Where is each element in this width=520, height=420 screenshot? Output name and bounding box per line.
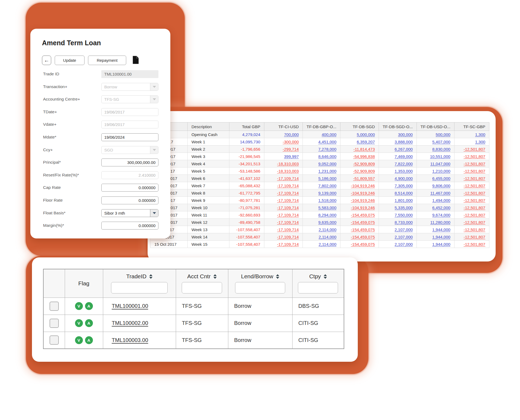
field-input-mdate[interactable] bbox=[101, 133, 158, 141]
cashflow-amount-link[interactable]: 1,353,000 bbox=[379, 167, 417, 175]
trade-id-link[interactable]: TML100003.00 bbox=[112, 337, 148, 343]
cashflow-amount-link[interactable]: -18,310,003 bbox=[264, 167, 303, 175]
sort-icon[interactable] bbox=[149, 274, 152, 279]
cashflow-amount-link[interactable]: -12,501,807 bbox=[454, 153, 489, 160]
cashflow-amount-link[interactable]: 2,107,000 bbox=[379, 241, 417, 248]
cashflow-amount-link[interactable]: -12,501,807 bbox=[454, 189, 489, 197]
filter-input-tradeid[interactable] bbox=[111, 282, 168, 293]
row-checkbox[interactable] bbox=[50, 335, 59, 345]
cashflow-amount-link[interactable]: 1,210,000 bbox=[417, 167, 454, 175]
cashflow-amount-link[interactable]: -51,809,557 bbox=[340, 175, 379, 182]
cashflow-amount-link[interactable]: 10,551,000 bbox=[417, 153, 454, 160]
field-input-float-basis[interactable]: Sibor 3 mth bbox=[101, 209, 158, 217]
cashflow-amount-link[interactable]: 5,186,000 bbox=[303, 175, 340, 182]
cashflow-amount-link[interactable]: 7,469,000 bbox=[379, 153, 417, 160]
cashflow-amount-link[interactable]: 8,294,000 bbox=[303, 211, 340, 219]
cashflow-amount-link[interactable]: 11,047,000 bbox=[417, 160, 454, 167]
filter-input-ctpy[interactable] bbox=[298, 282, 338, 293]
cashflow-amount-link[interactable]: 2,114,000 bbox=[303, 241, 340, 248]
cashflow-amount-link[interactable]: 9,052,000 bbox=[303, 160, 340, 167]
cashflow-amount-link[interactable]: 8,646,000 bbox=[303, 153, 340, 160]
cashflow-amount-link[interactable]: -154,459,075 bbox=[340, 211, 379, 219]
cashflow-amount-link[interactable]: 2,107,000 bbox=[379, 226, 417, 233]
cashflow-amount-link[interactable]: -17,109,714 bbox=[264, 233, 303, 241]
cashflow-amount-link[interactable]: 9,674,000 bbox=[417, 211, 454, 219]
cashflow-amount-link[interactable]: -154,459,075 bbox=[340, 219, 379, 226]
cashflow-amount-link[interactable]: -12,501,807 bbox=[454, 211, 489, 219]
cashflow-amount-link[interactable]: -17,109,714 bbox=[264, 175, 303, 182]
cashflow-amount-link[interactable]: 1,801,000 bbox=[379, 197, 417, 204]
cashflow-amount-link[interactable]: -12,501,807 bbox=[454, 233, 489, 241]
row-checkbox[interactable] bbox=[50, 319, 59, 328]
cashflow-amount-link[interactable]: 6,359,207 bbox=[340, 138, 379, 146]
cashflow-amount-link[interactable]: 9,139,000 bbox=[303, 189, 340, 197]
cashflow-amount-link[interactable]: -52,909,809 bbox=[340, 160, 379, 167]
sort-icon[interactable] bbox=[276, 274, 279, 279]
cashflow-amount-link[interactable]: 6,452,000 bbox=[417, 204, 454, 211]
cashflow-amount-link[interactable]: 11,280,000 bbox=[417, 219, 454, 226]
trade-id-link[interactable]: TML100002.00 bbox=[112, 320, 148, 326]
cashflow-amount-link[interactable]: -299,714 bbox=[264, 146, 303, 153]
cashflow-amount-link[interactable]: 8,830,000 bbox=[417, 146, 454, 153]
cashflow-amount-link[interactable]: -104,919,246 bbox=[340, 204, 379, 211]
cashflow-amount-link[interactable]: 1,231,000 bbox=[303, 167, 340, 175]
cashflow-amount-link[interactable]: -104,919,246 bbox=[340, 182, 379, 189]
cashflow-amount-link[interactable]: 4,900,000 bbox=[379, 175, 417, 182]
field-input-margin[interactable] bbox=[101, 222, 158, 230]
cashflow-amount-link[interactable]: -17,109,714 bbox=[264, 197, 303, 204]
cashflow-amount-link[interactable]: -12,501,807 bbox=[454, 146, 489, 153]
cashflow-amount-link[interactable]: 1,944,000 bbox=[417, 226, 454, 233]
cashflow-amount-link[interactable]: 7,822,000 bbox=[379, 160, 417, 167]
sort-icon[interactable] bbox=[213, 274, 217, 279]
cashflow-amount-link[interactable]: -12,501,807 bbox=[454, 241, 489, 248]
cashflow-amount-link[interactable]: 8,733,000 bbox=[379, 219, 417, 226]
field-input-principal[interactable] bbox=[101, 159, 158, 166]
cashflow-amount-link[interactable]: 7,550,000 bbox=[379, 211, 417, 219]
filter-input-lend-borrow[interactable] bbox=[235, 282, 285, 293]
cashflow-amount-link[interactable]: 2,107,000 bbox=[379, 233, 417, 241]
cashflow-amount-link[interactable]: -12,501,807 bbox=[454, 197, 489, 204]
cashflow-amount-link[interactable]: -104,919,246 bbox=[340, 197, 379, 204]
cashflow-amount-link[interactable]: 7,278,000 bbox=[303, 146, 340, 153]
cashflow-amount-link[interactable]: 1,518,000 bbox=[303, 197, 340, 204]
cashflow-amount-link[interactable]: 5,000,000 bbox=[340, 131, 379, 138]
cashflow-amount-link[interactable]: 1,300 bbox=[454, 131, 489, 138]
cashflow-amount-link[interactable]: 5,335,000 bbox=[379, 204, 417, 211]
cashflow-amount-link[interactable]: 6,455,000 bbox=[417, 175, 454, 182]
cashflow-amount-link[interactable]: 9,806,000 bbox=[417, 182, 454, 189]
cashflow-amount-link[interactable]: -154,459,075 bbox=[340, 233, 379, 241]
chevron-down-icon[interactable] bbox=[150, 209, 158, 217]
cashflow-amount-link[interactable]: -12,501,807 bbox=[454, 219, 489, 226]
cashflow-amount-link[interactable]: -300,000 bbox=[264, 138, 303, 146]
cashflow-amount-link[interactable]: -52,909,809 bbox=[340, 167, 379, 175]
cashflow-amount-link[interactable]: 1,494,000 bbox=[417, 197, 454, 204]
cashflow-amount-link[interactable]: -154,459,075 bbox=[340, 226, 379, 233]
cashflow-amount-link[interactable]: 300,000 bbox=[379, 131, 417, 138]
cashflow-amount-link[interactable]: -17,109,714 bbox=[264, 226, 303, 233]
cashflow-amount-link[interactable]: -17,109,714 bbox=[264, 211, 303, 219]
cashflow-amount-link[interactable]: -11,814,473 bbox=[340, 146, 379, 153]
cashflow-amount-link[interactable]: -17,109,714 bbox=[264, 219, 303, 226]
cashflow-amount-link[interactable]: -12,501,807 bbox=[454, 175, 489, 182]
cashflow-amount-link[interactable]: 2,114,000 bbox=[303, 233, 340, 241]
cashflow-amount-link[interactable]: -12,501,807 bbox=[454, 226, 489, 233]
field-input-cap-rate[interactable] bbox=[101, 184, 158, 192]
cashflow-amount-link[interactable]: 700,000 bbox=[264, 131, 303, 138]
field-input-floor-rate[interactable] bbox=[101, 196, 158, 204]
cashflow-amount-link[interactable]: 7,305,000 bbox=[379, 182, 417, 189]
cashflow-amount-link[interactable]: -17,109,714 bbox=[264, 182, 303, 189]
cashflow-amount-link[interactable]: 8,514,000 bbox=[379, 189, 417, 197]
cashflow-amount-link[interactable]: -17,109,714 bbox=[264, 189, 303, 197]
cashflow-amount-link[interactable]: -18,310,003 bbox=[264, 160, 303, 167]
cashflow-amount-link[interactable]: -12,501,807 bbox=[454, 167, 489, 175]
filter-input-acct-cntr[interactable] bbox=[182, 282, 222, 293]
cashflow-amount-link[interactable]: -12,501,807 bbox=[454, 182, 489, 189]
cashflow-amount-link[interactable]: 2,114,000 bbox=[303, 226, 340, 233]
cashflow-amount-link[interactable]: -54,996,838 bbox=[340, 153, 379, 160]
cashflow-amount-link[interactable]: -104,919,246 bbox=[340, 189, 379, 197]
cashflow-amount-link[interactable]: 1,300 bbox=[454, 138, 489, 146]
cashflow-amount-link[interactable]: 500,000 bbox=[417, 131, 454, 138]
cashflow-amount-link[interactable]: 6,267,000 bbox=[379, 146, 417, 153]
cashflow-amount-link[interactable]: 5,583,000 bbox=[303, 204, 340, 211]
cashflow-amount-link[interactable]: -12,501,807 bbox=[454, 204, 489, 211]
